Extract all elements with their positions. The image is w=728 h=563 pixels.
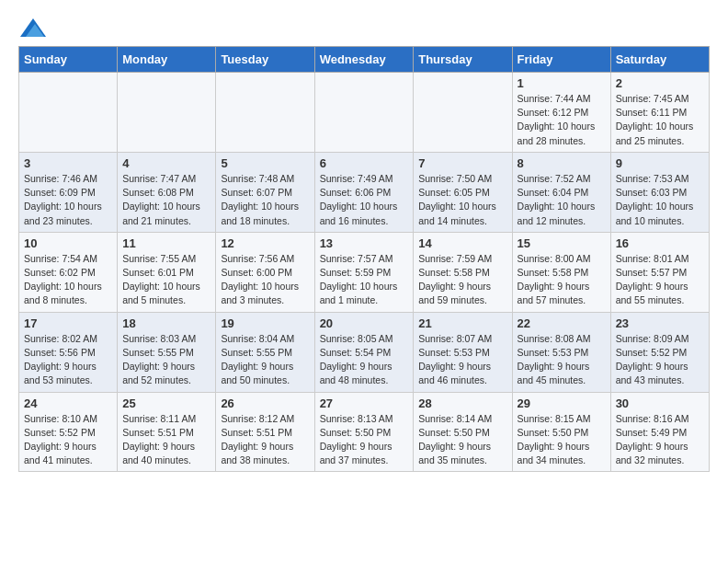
calendar-cell: 29Sunrise: 8:15 AM Sunset: 5:50 PM Dayli… [512, 392, 610, 472]
day-number: 9 [616, 156, 704, 170]
calendar-cell: 14Sunrise: 7:59 AM Sunset: 5:58 PM Dayli… [414, 232, 512, 312]
calendar-cell: 30Sunrise: 8:16 AM Sunset: 5:49 PM Dayli… [610, 392, 709, 472]
day-number: 29 [518, 396, 606, 410]
weekday-header-thursday: Thursday [414, 47, 512, 73]
day-number: 26 [221, 396, 309, 410]
calendar-week-row: 10Sunrise: 7:54 AM Sunset: 6:02 PM Dayli… [19, 232, 710, 312]
day-number: 24 [24, 396, 112, 410]
day-info: Sunrise: 7:49 AM Sunset: 6:06 PM Dayligh… [320, 172, 409, 228]
day-number: 6 [320, 156, 409, 170]
weekday-header-saturday: Saturday [610, 47, 709, 73]
day-info: Sunrise: 7:59 AM Sunset: 5:58 PM Dayligh… [418, 252, 506, 308]
day-info: Sunrise: 7:44 AM Sunset: 6:12 PM Dayligh… [518, 92, 606, 148]
header [18, 18, 710, 37]
calendar-cell: 12Sunrise: 7:56 AM Sunset: 6:00 PM Dayli… [216, 232, 314, 312]
day-info: Sunrise: 7:52 AM Sunset: 6:04 PM Dayligh… [518, 172, 606, 228]
calendar-cell: 25Sunrise: 8:11 AM Sunset: 5:51 PM Dayli… [118, 392, 216, 472]
calendar-week-row: 1Sunrise: 7:44 AM Sunset: 6:12 PM Daylig… [19, 73, 710, 153]
day-info: Sunrise: 8:00 AM Sunset: 5:58 PM Dayligh… [518, 252, 606, 308]
calendar-cell: 8Sunrise: 7:52 AM Sunset: 6:04 PM Daylig… [512, 152, 610, 232]
calendar-cell: 23Sunrise: 8:09 AM Sunset: 5:52 PM Dayli… [610, 312, 709, 392]
calendar-cell: 11Sunrise: 7:55 AM Sunset: 6:01 PM Dayli… [118, 232, 216, 312]
day-number: 14 [418, 236, 506, 250]
day-info: Sunrise: 7:53 AM Sunset: 6:03 PM Dayligh… [616, 172, 704, 228]
day-info: Sunrise: 7:50 AM Sunset: 6:05 PM Dayligh… [418, 172, 506, 228]
day-info: Sunrise: 8:05 AM Sunset: 5:54 PM Dayligh… [320, 332, 409, 388]
day-info: Sunrise: 8:15 AM Sunset: 5:50 PM Dayligh… [518, 412, 606, 468]
day-info: Sunrise: 7:56 AM Sunset: 6:00 PM Dayligh… [221, 252, 309, 308]
weekday-header-wednesday: Wednesday [314, 47, 414, 73]
calendar-cell: 2Sunrise: 7:45 AM Sunset: 6:11 PM Daylig… [610, 73, 709, 153]
day-info: Sunrise: 8:01 AM Sunset: 5:57 PM Dayligh… [616, 252, 704, 308]
day-number: 13 [320, 236, 409, 250]
day-number: 3 [24, 156, 112, 170]
page: SundayMondayTuesdayWednesdayThursdayFrid… [0, 0, 728, 481]
day-number: 2 [616, 76, 704, 90]
calendar-cell: 26Sunrise: 8:12 AM Sunset: 5:51 PM Dayli… [216, 392, 314, 472]
day-number: 4 [122, 156, 210, 170]
day-info: Sunrise: 8:13 AM Sunset: 5:50 PM Dayligh… [320, 412, 409, 468]
calendar-cell: 13Sunrise: 7:57 AM Sunset: 5:59 PM Dayli… [314, 232, 414, 312]
calendar-cell [19, 73, 118, 153]
day-info: Sunrise: 7:57 AM Sunset: 5:59 PM Dayligh… [320, 252, 409, 308]
day-number: 17 [24, 316, 112, 330]
day-info: Sunrise: 8:02 AM Sunset: 5:56 PM Dayligh… [24, 332, 112, 388]
calendar-cell: 22Sunrise: 8:08 AM Sunset: 5:53 PM Dayli… [512, 312, 610, 392]
calendar-cell: 16Sunrise: 8:01 AM Sunset: 5:57 PM Dayli… [610, 232, 709, 312]
day-info: Sunrise: 8:03 AM Sunset: 5:55 PM Dayligh… [122, 332, 210, 388]
weekday-header-sunday: Sunday [19, 47, 118, 73]
day-info: Sunrise: 8:09 AM Sunset: 5:52 PM Dayligh… [616, 332, 704, 388]
calendar-cell: 1Sunrise: 7:44 AM Sunset: 6:12 PM Daylig… [512, 73, 610, 153]
day-info: Sunrise: 8:07 AM Sunset: 5:53 PM Dayligh… [418, 332, 506, 388]
day-number: 8 [518, 156, 606, 170]
calendar-header-row: SundayMondayTuesdayWednesdayThursdayFrid… [19, 47, 710, 73]
calendar-week-row: 3Sunrise: 7:46 AM Sunset: 6:09 PM Daylig… [19, 152, 710, 232]
day-info: Sunrise: 8:10 AM Sunset: 5:52 PM Dayligh… [24, 412, 112, 468]
calendar-cell: 9Sunrise: 7:53 AM Sunset: 6:03 PM Daylig… [610, 152, 709, 232]
logo [18, 18, 46, 37]
day-number: 18 [122, 316, 210, 330]
day-number: 21 [418, 316, 506, 330]
day-number: 15 [518, 236, 606, 250]
day-number: 10 [24, 236, 112, 250]
day-number: 27 [320, 396, 409, 410]
calendar-cell [118, 73, 216, 153]
day-number: 19 [221, 316, 309, 330]
day-number: 12 [221, 236, 309, 250]
day-info: Sunrise: 7:46 AM Sunset: 6:09 PM Dayligh… [24, 172, 112, 228]
day-info: Sunrise: 8:04 AM Sunset: 5:55 PM Dayligh… [221, 332, 309, 388]
calendar-week-row: 17Sunrise: 8:02 AM Sunset: 5:56 PM Dayli… [19, 312, 710, 392]
day-number: 23 [616, 316, 704, 330]
weekday-header-tuesday: Tuesday [216, 47, 314, 73]
calendar-cell: 21Sunrise: 8:07 AM Sunset: 5:53 PM Dayli… [414, 312, 512, 392]
day-number: 1 [518, 76, 606, 90]
day-number: 11 [122, 236, 210, 250]
weekday-header-monday: Monday [118, 47, 216, 73]
day-info: Sunrise: 7:55 AM Sunset: 6:01 PM Dayligh… [122, 252, 210, 308]
day-number: 20 [320, 316, 409, 330]
day-info: Sunrise: 8:16 AM Sunset: 5:49 PM Dayligh… [616, 412, 704, 468]
day-info: Sunrise: 7:45 AM Sunset: 6:11 PM Dayligh… [616, 92, 704, 148]
calendar-cell: 3Sunrise: 7:46 AM Sunset: 6:09 PM Daylig… [19, 152, 118, 232]
day-info: Sunrise: 7:48 AM Sunset: 6:07 PM Dayligh… [221, 172, 309, 228]
calendar-cell: 10Sunrise: 7:54 AM Sunset: 6:02 PM Dayli… [19, 232, 118, 312]
calendar-cell: 20Sunrise: 8:05 AM Sunset: 5:54 PM Dayli… [314, 312, 414, 392]
calendar-cell: 4Sunrise: 7:47 AM Sunset: 6:08 PM Daylig… [118, 152, 216, 232]
calendar-cell: 19Sunrise: 8:04 AM Sunset: 5:55 PM Dayli… [216, 312, 314, 392]
day-number: 28 [418, 396, 506, 410]
calendar-week-row: 24Sunrise: 8:10 AM Sunset: 5:52 PM Dayli… [19, 392, 710, 472]
day-number: 7 [418, 156, 506, 170]
day-info: Sunrise: 7:54 AM Sunset: 6:02 PM Dayligh… [24, 252, 112, 308]
day-number: 22 [518, 316, 606, 330]
day-info: Sunrise: 7:47 AM Sunset: 6:08 PM Dayligh… [122, 172, 210, 228]
day-info: Sunrise: 8:08 AM Sunset: 5:53 PM Dayligh… [518, 332, 606, 388]
day-info: Sunrise: 8:12 AM Sunset: 5:51 PM Dayligh… [221, 412, 309, 468]
day-number: 30 [616, 396, 704, 410]
calendar-cell: 27Sunrise: 8:13 AM Sunset: 5:50 PM Dayli… [314, 392, 414, 472]
calendar-cell: 18Sunrise: 8:03 AM Sunset: 5:55 PM Dayli… [118, 312, 216, 392]
calendar-cell [216, 73, 314, 153]
calendar-cell: 24Sunrise: 8:10 AM Sunset: 5:52 PM Dayli… [19, 392, 118, 472]
day-number: 25 [122, 396, 210, 410]
calendar-cell: 7Sunrise: 7:50 AM Sunset: 6:05 PM Daylig… [414, 152, 512, 232]
day-number: 5 [221, 156, 309, 170]
